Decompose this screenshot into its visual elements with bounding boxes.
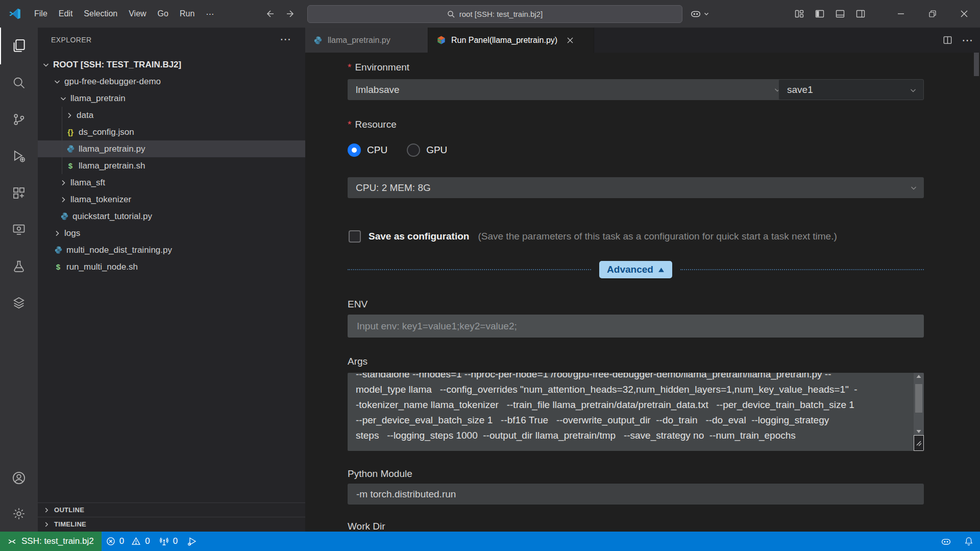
tree-item[interactable]: data xyxy=(38,107,305,124)
gpu-radio[interactable] xyxy=(407,143,420,157)
copilot-status-icon[interactable] xyxy=(935,532,958,551)
json-file-icon: {} xyxy=(64,128,77,136)
debug-play-icon xyxy=(187,536,197,546)
tree-item[interactable]: gpu-free-debugger-demo xyxy=(38,73,305,90)
explorer-more-actions-icon[interactable]: ⋯ xyxy=(280,33,291,46)
outline-panel-header[interactable]: OUTLINE xyxy=(38,502,305,517)
timeline-panel-header[interactable]: TIMELINE xyxy=(38,517,305,531)
tree-item[interactable]: $ run_multi_node.sh xyxy=(38,258,305,275)
tab-run-panel[interactable]: Run Panel(llama_pretrain.py) xyxy=(428,28,594,53)
cpu-radio-label[interactable]: CPU xyxy=(367,145,387,156)
activity-bar xyxy=(0,28,38,532)
args-scrollbar[interactable] xyxy=(914,373,924,435)
menu-view[interactable]: View xyxy=(123,7,152,21)
run-panel-extension-icon[interactable] xyxy=(0,285,38,322)
copilot-icon[interactable] xyxy=(690,8,701,19)
gpu-radio-label[interactable]: GPU xyxy=(426,145,447,156)
chevron-right-icon xyxy=(43,507,50,514)
source-control-icon[interactable] xyxy=(0,101,38,138)
save-as-configuration-checkbox[interactable] xyxy=(349,230,361,243)
restore-button[interactable] xyxy=(917,0,948,28)
menu-go[interactable]: Go xyxy=(152,7,174,21)
testing-beaker-icon[interactable] xyxy=(0,248,38,285)
explorer-sidebar: EXPLORER ⋯ ROOT [SSH: TEST_TRAIN.BJ2] gp… xyxy=(38,28,305,532)
chevron-down-icon xyxy=(41,61,51,69)
back-arrow-icon[interactable] xyxy=(264,9,275,19)
settings-gear-icon[interactable] xyxy=(0,496,38,532)
advanced-toggle-button[interactable]: Advanced xyxy=(599,261,672,278)
tree-item[interactable]: {} ds_config.json xyxy=(38,124,305,140)
indent-guide xyxy=(62,107,62,174)
search-icon xyxy=(447,10,455,18)
customize-layout-icon[interactable] xyxy=(794,9,804,19)
scroll-down-icon[interactable] xyxy=(916,429,922,434)
search-sidebar-icon[interactable] xyxy=(0,64,38,101)
toggle-panel-icon[interactable] xyxy=(835,9,845,19)
tree-item[interactable]: logs xyxy=(38,225,305,242)
saved-config-select[interactable]: save1 xyxy=(778,79,924,100)
editor-more-actions-icon[interactable]: ⋯ xyxy=(962,34,973,47)
required-asterisk: * xyxy=(348,62,351,73)
env-input[interactable] xyxy=(348,315,924,338)
accounts-icon[interactable] xyxy=(0,460,38,496)
tree-item[interactable]: llama_pretrain xyxy=(38,90,305,107)
close-tab-icon[interactable] xyxy=(567,37,574,44)
run-debug-icon[interactable] xyxy=(0,138,38,175)
remote-explorer-icon[interactable] xyxy=(0,211,38,248)
forward-arrow-icon[interactable] xyxy=(286,9,296,19)
cpu-spec-select[interactable]: CPU: 2 MEM: 8G xyxy=(348,177,924,198)
scrollbar-thumb[interactable] xyxy=(915,384,922,413)
problems-indicator[interactable]: 0 0 xyxy=(102,532,155,551)
chevron-right-icon xyxy=(58,196,68,204)
editor-tab-bar: llama_pretrain.py Run Panel(llama_pretra… xyxy=(305,28,980,53)
chevron-down-icon[interactable] xyxy=(703,11,709,17)
error-icon xyxy=(106,537,115,546)
environment-select[interactable]: lmlabsave xyxy=(348,79,788,100)
menu-selection[interactable]: Selection xyxy=(78,7,123,21)
chevron-right-icon xyxy=(52,229,62,237)
explorer-icon[interactable] xyxy=(0,28,38,64)
python-module-input[interactable]: -m torch.distributed.run xyxy=(348,484,924,505)
tree-item[interactable]: llama_sft xyxy=(38,174,305,191)
chevron-down-icon xyxy=(909,86,917,94)
menu-file[interactable]: File xyxy=(29,7,53,21)
remote-indicator[interactable]: SSH: test_train.bj2 xyxy=(0,532,102,551)
run-panel-cube-icon xyxy=(436,35,446,45)
tree-item[interactable]: llama_tokenizer xyxy=(38,191,305,208)
ports-indicator[interactable]: 0 xyxy=(155,532,182,551)
menu-edit[interactable]: Edit xyxy=(53,7,79,21)
chevron-down-icon xyxy=(910,184,918,192)
title-bar: File Edit Selection View Go Run ⋯ root [… xyxy=(0,0,980,28)
save-as-configuration-label[interactable]: Save as configuration xyxy=(369,231,469,242)
menu-run[interactable]: Run xyxy=(174,7,200,21)
toggle-primary-sidebar-icon[interactable] xyxy=(815,9,825,19)
toggle-secondary-sidebar-icon[interactable] xyxy=(855,9,866,19)
vscode-window: File Edit Selection View Go Run ⋯ root [… xyxy=(0,0,980,551)
save-as-configuration-hint: (Save the parameters of this task as a c… xyxy=(478,231,837,242)
env-label: ENV xyxy=(348,299,368,310)
editor-scrollbar[interactable] xyxy=(974,53,979,76)
args-label: Args xyxy=(348,356,368,367)
scroll-up-icon[interactable] xyxy=(916,374,922,379)
debug-start-indicator[interactable] xyxy=(182,532,202,551)
tree-item[interactable]: quickstart_tutorial.py xyxy=(38,208,305,225)
tree-item-selected[interactable]: llama_pretrain.py xyxy=(38,140,305,157)
menu-more[interactable]: ⋯ xyxy=(200,7,219,21)
close-window-button[interactable] xyxy=(948,0,980,28)
chevron-down-icon xyxy=(58,94,68,103)
notifications-bell-icon[interactable] xyxy=(958,532,980,551)
split-editor-icon[interactable] xyxy=(943,35,952,45)
resize-grip-icon[interactable] xyxy=(914,435,924,451)
chevron-right-icon xyxy=(64,111,75,119)
extensions-icon[interactable] xyxy=(0,175,38,211)
minimize-button[interactable] xyxy=(885,0,917,28)
tab-llama-pretrain-py[interactable]: llama_pretrain.py xyxy=(305,28,428,53)
tree-root[interactable]: ROOT [SSH: TEST_TRAIN.BJ2] xyxy=(38,56,305,73)
command-center-search[interactable]: root [SSH: test_train.bj2] xyxy=(307,5,682,23)
tree-item[interactable]: multi_node_dist_training.py xyxy=(38,242,305,258)
args-textarea[interactable]: --standalone --nnodes=1 --nproc-per-node… xyxy=(348,373,924,451)
tree-item[interactable]: $ llama_pretrain.sh xyxy=(38,157,305,174)
divider-line xyxy=(680,269,924,270)
cpu-radio[interactable] xyxy=(348,143,361,157)
python-file-icon xyxy=(58,212,70,221)
